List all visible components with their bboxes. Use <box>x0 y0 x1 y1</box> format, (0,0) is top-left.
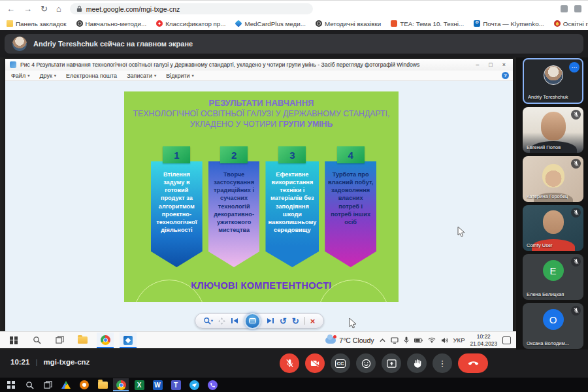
mic-muted-icon <box>571 159 581 169</box>
extension-icon[interactable] <box>574 5 581 12</box>
menu-burn[interactable]: Записати▾ <box>127 73 156 79</box>
wifi-icon[interactable] <box>428 337 436 343</box>
telegram-icon[interactable] <box>186 378 202 391</box>
participant-avatar: E <box>543 260 564 281</box>
menu-print[interactable]: Друк▾ <box>39 73 56 79</box>
mic-button[interactable] <box>280 353 299 373</box>
divider <box>304 317 305 325</box>
file-explorer-icon[interactable] <box>74 333 91 348</box>
present-button[interactable] <box>382 353 401 373</box>
delete-icon[interactable]: × <box>310 317 316 325</box>
photos-app-icon[interactable] <box>120 333 137 348</box>
more-options-button[interactable]: ⋮ <box>433 353 452 373</box>
camera-button[interactable] <box>305 353 325 373</box>
start-button[interactable] <box>5 333 22 348</box>
display-icon[interactable] <box>391 337 399 344</box>
bookmark-item[interactable]: Панель закладок <box>7 20 67 27</box>
microphone-icon[interactable] <box>404 336 409 344</box>
keyboard-language[interactable]: УКР <box>453 336 465 344</box>
bookmark-item[interactable]: ТЕА: Тема 10. Техні... <box>391 20 464 27</box>
participant-tile[interactable]: Катерина Горобец <box>523 156 583 202</box>
presenting-banner-text: Andriy Tereshchuk сейчас на главном экра… <box>33 40 193 48</box>
slideshow-button[interactable] <box>244 313 261 329</box>
participant-tile[interactable]: Евгений Попов <box>523 107 583 153</box>
next-icon[interactable] <box>267 318 274 324</box>
zoom-icon[interactable]: ▾ <box>203 317 213 325</box>
rotate-right-icon[interactable]: ↻ <box>292 317 299 325</box>
word-icon[interactable]: W <box>150 378 165 391</box>
meet-control-bar: 10:21 | mgi-txge-cnz CC ⋮ <box>0 350 588 378</box>
browser-nav-row: ← → ↻ ⌂ meet.google.com/mgi-txge-cnz <box>0 1 588 17</box>
end-call-button[interactable] <box>458 353 488 373</box>
menu-open[interactable]: Відкрити▾ <box>166 73 194 79</box>
photo-viewer-titlebar[interactable]: Рис 4 Результати навчання технологічної … <box>5 59 513 71</box>
excel-icon[interactable]: X <box>131 378 147 391</box>
start-button[interactable] <box>3 378 19 391</box>
reload-icon[interactable]: ↻ <box>41 5 48 13</box>
reactions-button[interactable] <box>356 353 376 373</box>
home-icon[interactable]: ⌂ <box>56 5 61 13</box>
search-icon[interactable] <box>22 378 37 391</box>
divider: | <box>35 358 37 366</box>
photo-viewer-window: Рис 4 Результати навчання технологічної … <box>5 59 513 331</box>
menu-file[interactable]: Файл▾ <box>11 73 29 79</box>
participant-tile[interactable]: Comfy User <box>523 205 583 251</box>
battery-icon[interactable] <box>414 338 423 343</box>
weather-widget[interactable]: 7°C Cloudy <box>325 336 374 344</box>
slide-column-3: 3 Ефективне використання техніки і матер… <box>265 146 319 267</box>
host-taskbar: X W T <box>0 378 588 392</box>
file-explorer-icon[interactable] <box>95 378 110 391</box>
forward-icon[interactable]: → <box>24 5 32 13</box>
more-options-icon[interactable]: ⋯ <box>569 62 580 73</box>
red-circle-icon <box>156 20 163 27</box>
previous-icon[interactable] <box>231 318 238 324</box>
back-icon[interactable]: ← <box>7 5 15 13</box>
tray-chevron-icon[interactable] <box>380 338 385 342</box>
mouse-cursor <box>349 318 357 329</box>
bookmark-item[interactable]: Методичні вказівки <box>316 20 381 27</box>
bookmark-item[interactable]: Освітні програми... <box>554 20 588 27</box>
bookmark-item[interactable]: Классификатор пр... <box>156 20 225 27</box>
column-text: Ефективне використання техніки і матеріа… <box>265 161 319 267</box>
clock[interactable]: 10:22 21.04.2023 <box>470 333 497 347</box>
photo-viewer-toolbar: ▾ ↺ ↻ × <box>195 313 324 329</box>
bookmark-item[interactable]: Почта — Klymenko... <box>474 20 544 27</box>
viber-icon[interactable] <box>204 378 220 391</box>
volume-icon[interactable] <box>441 337 448 344</box>
bookmark-item[interactable]: Навчально-методи... <box>76 20 147 27</box>
presenter-avatar <box>12 37 27 51</box>
fit-to-window-icon[interactable] <box>218 318 225 325</box>
participant-video <box>543 210 564 234</box>
participant-tile[interactable]: O Оксана Володим... <box>523 303 583 349</box>
system-tray: 7°C Cloudy УКР 10:22 21.04.2023 <box>325 333 511 347</box>
participant-tile[interactable]: E Елена Белицкая <box>523 254 583 300</box>
extension-icon[interactable] <box>561 5 568 12</box>
rotate-left-icon[interactable]: ↺ <box>280 317 287 325</box>
chrome-icon[interactable] <box>113 378 129 391</box>
column-number: 1 <box>163 146 190 163</box>
drive-icon[interactable] <box>58 378 74 391</box>
blender-icon[interactable] <box>76 378 92 391</box>
help-icon[interactable]: ? <box>502 72 509 79</box>
captions-button[interactable]: CC <box>331 353 350 373</box>
chrome-icon[interactable] <box>97 333 114 348</box>
task-view-icon[interactable] <box>40 378 56 391</box>
vertical-dots-icon: ⋮ <box>438 359 447 368</box>
photo-viewer-app-icon <box>10 61 16 68</box>
teams-icon[interactable]: T <box>168 378 184 391</box>
participant-video <box>541 112 566 140</box>
participant-tile[interactable]: ⋯ Andriy Tereshchuk <box>523 58 583 104</box>
task-view-icon[interactable] <box>51 333 68 348</box>
participant-avatar: O <box>543 309 564 330</box>
menu-email[interactable]: Електронна пошта <box>66 73 117 79</box>
bookmark-item[interactable]: MedCardPlus меди... <box>235 20 305 27</box>
column-number: 3 <box>278 146 306 163</box>
search-icon[interactable] <box>28 333 45 348</box>
address-bar[interactable]: meet.google.com/mgi-txge-cnz <box>70 3 313 14</box>
close-icon[interactable]: × <box>502 61 506 68</box>
raise-hand-button[interactable] <box>407 353 427 373</box>
blue-diamond-icon <box>235 20 242 27</box>
action-center-icon[interactable] <box>502 336 511 344</box>
minimize-icon[interactable]: – <box>476 61 479 68</box>
restore-icon[interactable]: □ <box>489 61 492 68</box>
